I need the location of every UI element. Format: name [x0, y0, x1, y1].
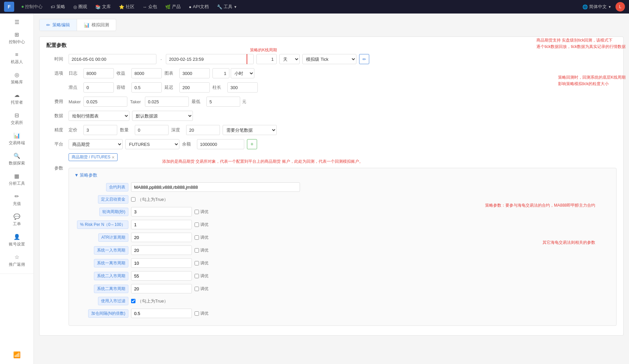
nav-crowdsource[interactable]: ↔ 众包: [139, 2, 160, 11]
tune-risk-checkbox[interactable]: [195, 223, 199, 227]
tab-backtest-label: 模拟回测: [92, 22, 109, 28]
platform-tag-close[interactable]: ×: [112, 155, 115, 160]
tune-sys2exit-checkbox[interactable]: [195, 287, 199, 291]
profit-input[interactable]: [131, 68, 162, 78]
nav-library[interactable]: 📚 文库: [92, 2, 114, 11]
param-risk-input[interactable]: [131, 220, 192, 229]
param-label-addpos: 加仓间隔(N的倍数): [74, 309, 128, 318]
exchange-select[interactable]: 商品期货: [69, 139, 123, 149]
sidebar-item-account[interactable]: 👤 账号设置: [0, 230, 33, 251]
param-startfund-btn[interactable]: 定义启动资金: [98, 195, 128, 204]
sidebar-item-data[interactable]: 🔍 数据探索: [0, 149, 33, 170]
param-sys2enter-input[interactable]: [131, 271, 192, 281]
param-sys1exit-input[interactable]: [131, 258, 192, 268]
param-filter-checkbox[interactable]: [131, 299, 135, 303]
config-action-button[interactable]: ✏: [359, 54, 369, 64]
sidebar-item-strategy[interactable]: ◎ 策略库: [0, 68, 33, 88]
nav-api[interactable]: ● API文档: [185, 2, 212, 11]
barlen-input[interactable]: [227, 82, 258, 93]
period2-unit-select[interactable]: 小时 分钟: [231, 68, 254, 78]
param-startfund-checkbox[interactable]: [131, 197, 135, 202]
nav-community[interactable]: ⭐ 社区: [116, 2, 138, 11]
sidebar-item-trustee[interactable]: ☁ 托管者: [0, 88, 33, 109]
period2-input[interactable]: [212, 68, 229, 78]
param-atr-btn[interactable]: ATR计算周期: [98, 233, 128, 242]
tune-poll-checkbox[interactable]: [195, 210, 199, 214]
param-sys2exit-btn[interactable]: 系统二离市周期: [94, 285, 128, 293]
depth-input[interactable]: [186, 125, 220, 135]
tab-backtest[interactable]: 📊 模拟回测: [77, 19, 116, 31]
period-unit-select[interactable]: 天 小时 分钟: [279, 54, 300, 64]
taker-input[interactable]: [145, 97, 189, 107]
sidebar-item-ticket[interactable]: 💬 工单: [0, 210, 33, 230]
tune-atr-checkbox[interactable]: [195, 235, 199, 240]
qty-precision-input[interactable]: [135, 125, 169, 135]
param-sys1exit-btn[interactable]: 系统一离市周期: [94, 259, 128, 267]
sidebar-menu-icon[interactable]: ☰: [12, 16, 22, 28]
time-start-input[interactable]: [69, 54, 156, 64]
delay-input[interactable]: [179, 82, 210, 93]
data-source2-select[interactable]: 默认数据源: [132, 111, 193, 121]
log-input[interactable]: [83, 68, 114, 78]
control-center-nav[interactable]: 控制中心: [18, 2, 46, 11]
chart-group: 图表: [165, 68, 210, 78]
nav-product[interactable]: 🌿 产品: [162, 2, 184, 11]
taker-label: Taker: [130, 99, 144, 104]
param-risk-btn[interactable]: % Risk Per N（0～100）: [77, 220, 128, 229]
params-row: 参数 ▼ 策略参数 合约列表 定义启动资金: [46, 165, 617, 326]
fee-row: 费用 Maker Taker 最低 元: [46, 97, 617, 107]
param-addpos-input[interactable]: [131, 309, 192, 318]
sidebar-label-account: 账号设置: [9, 241, 25, 247]
data-label: 数据: [46, 113, 63, 119]
param-label-risk: % Risk Per N（0～100）: [74, 220, 128, 229]
param-poll-btn[interactable]: 轮询周期(秒): [99, 208, 128, 216]
sidebar-bottom: 📶: [13, 351, 21, 364]
tune-sys2enter-text: 调优: [200, 273, 208, 279]
tab-strategy-edit[interactable]: ✏ 策略编辑: [40, 19, 77, 31]
sidebar-item-referral[interactable]: ☆ 推广返佣: [0, 251, 33, 271]
user-avatar[interactable]: L: [615, 2, 625, 11]
period-input[interactable]: [256, 54, 277, 64]
language-selector[interactable]: 🌐 简体中文 ▼: [582, 4, 611, 10]
tune-sys2enter-checkbox[interactable]: [195, 274, 199, 278]
maker-input[interactable]: [83, 97, 127, 107]
tune-sys1exit-checkbox[interactable]: [195, 261, 199, 265]
param-poll-input[interactable]: [131, 207, 192, 216]
split-data-select[interactable]: 需要分笔数据: [223, 125, 277, 135]
sidebar-item-exchange[interactable]: ⊟ 交易所: [0, 109, 33, 129]
nav-quanguan[interactable]: ◎ 圈观: [70, 2, 91, 11]
capacity-label: 容错: [117, 84, 130, 90]
tune-sys1enter-checkbox[interactable]: [195, 248, 199, 253]
balance-input[interactable]: [197, 139, 244, 149]
slip-input[interactable]: [83, 82, 114, 93]
tune-addpos-checkbox[interactable]: [195, 311, 199, 316]
param-contracts-btn[interactable]: 合约列表: [106, 183, 128, 191]
type-select[interactable]: FUTURES: [125, 139, 179, 149]
param-sys2enter-btn[interactable]: 系统二入市周期: [94, 272, 128, 280]
sidebar-item-robot[interactable]: ≡ 机器人: [0, 48, 33, 68]
chart-input[interactable]: [179, 68, 210, 78]
price-precision-input[interactable]: [83, 125, 117, 135]
param-filter-btn[interactable]: 使用入市过滤: [98, 297, 128, 305]
tick-mode-select[interactable]: 模拟级 Tick 实盘级 Tick: [302, 54, 356, 64]
param-sys2exit-input[interactable]: [131, 284, 192, 293]
param-contracts-input[interactable]: [131, 182, 300, 192]
sidebar-item-recharge[interactable]: ✏ 充值: [0, 190, 33, 210]
data-source1-select[interactable]: 绘制行情图表: [69, 111, 129, 121]
params-toggle[interactable]: ▼ 策略参数: [74, 172, 611, 178]
param-sys1enter-input[interactable]: [131, 245, 192, 255]
param-sys1enter-btn[interactable]: 系统一入市周期: [94, 246, 128, 255]
nav-tools[interactable]: 🔧 工具 ▼: [213, 2, 241, 11]
param-filter-checkbox-label: （勾上为True）: [131, 298, 168, 304]
capacity-input[interactable]: [131, 82, 162, 93]
param-addpos-btn[interactable]: 加仓间隔(N的倍数): [88, 309, 128, 318]
time-end-input[interactable]: [166, 54, 254, 64]
param-startfund-checkbox-label: （勾上为True）: [131, 197, 168, 203]
sidebar-item-terminal[interactable]: 📊 交易终端: [0, 129, 33, 149]
sidebar-item-analysis[interactable]: ▦ 分析工具: [0, 170, 33, 190]
add-platform-button[interactable]: +: [247, 139, 257, 149]
minfee-input[interactable]: [206, 97, 240, 107]
param-atr-input[interactable]: [131, 233, 192, 242]
sidebar-item-control[interactable]: ⊞ 控制中心: [0, 28, 33, 48]
nav-strategy[interactable]: 🏷 策略: [47, 2, 69, 11]
